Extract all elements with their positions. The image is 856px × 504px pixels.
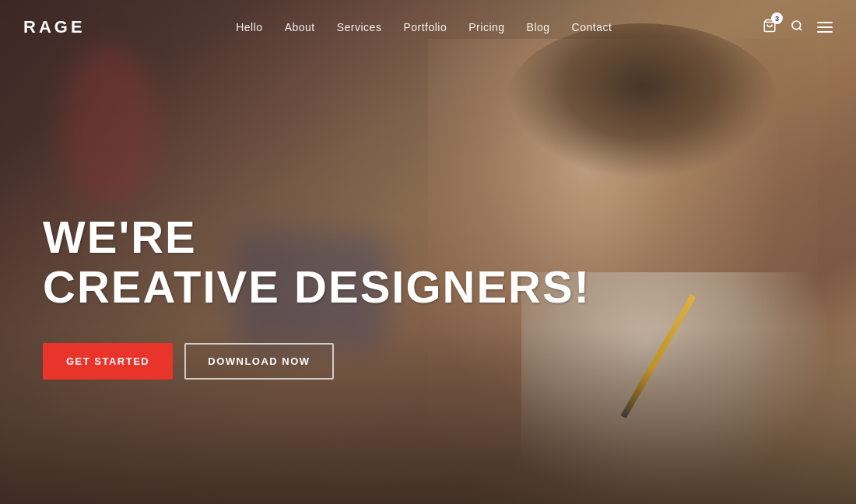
nav-item-services[interactable]: Services <box>337 20 382 34</box>
nav-item-blog[interactable]: Blog <box>527 20 550 34</box>
nav-link-services[interactable]: Services <box>337 21 382 33</box>
navigation: RAGE Hello About Services Portfolio Pric… <box>0 0 856 54</box>
hero-title-line1: WE'RE <box>43 212 591 262</box>
nav-link-blog[interactable]: Blog <box>527 21 550 33</box>
nav-link-portfolio[interactable]: Portfolio <box>403 21 447 33</box>
nav-item-contact[interactable]: Contact <box>572 20 612 34</box>
nav-item-portfolio[interactable]: Portfolio <box>403 20 447 34</box>
nav-link-about[interactable]: About <box>285 21 315 33</box>
hero-title-line2: CREATIVE DESIGNERS! <box>43 262 591 312</box>
menu-icon[interactable] <box>817 22 833 33</box>
nav-icons: 3 <box>763 19 833 36</box>
cart-icon[interactable]: 3 <box>763 19 777 36</box>
svg-point-1 <box>792 21 801 30</box>
cart-badge: 3 <box>771 12 783 24</box>
search-icon[interactable] <box>791 19 803 35</box>
nav-link-contact[interactable]: Contact <box>572 21 612 33</box>
nav-links: Hello About Services Portfolio Pricing B… <box>236 20 612 34</box>
hero-content: WE'RE CREATIVE DESIGNERS! GET STARTED DO… <box>43 212 591 380</box>
nav-link-pricing[interactable]: Pricing <box>468 21 504 33</box>
nav-item-about[interactable]: About <box>285 20 315 34</box>
download-now-button[interactable]: DOWNLOAD NOW <box>184 343 333 380</box>
svg-line-2 <box>799 28 802 30</box>
nav-link-hello[interactable]: Hello <box>236 21 262 33</box>
site-logo[interactable]: RAGE <box>23 17 86 37</box>
nav-item-pricing[interactable]: Pricing <box>468 20 504 34</box>
hero-buttons: GET STARTED DOWNLOAD NOW <box>43 343 591 380</box>
nav-item-hello[interactable]: Hello <box>236 20 262 34</box>
hero-section: RAGE Hello About Services Portfolio Pric… <box>0 0 856 504</box>
get-started-button[interactable]: GET STARTED <box>43 343 173 380</box>
